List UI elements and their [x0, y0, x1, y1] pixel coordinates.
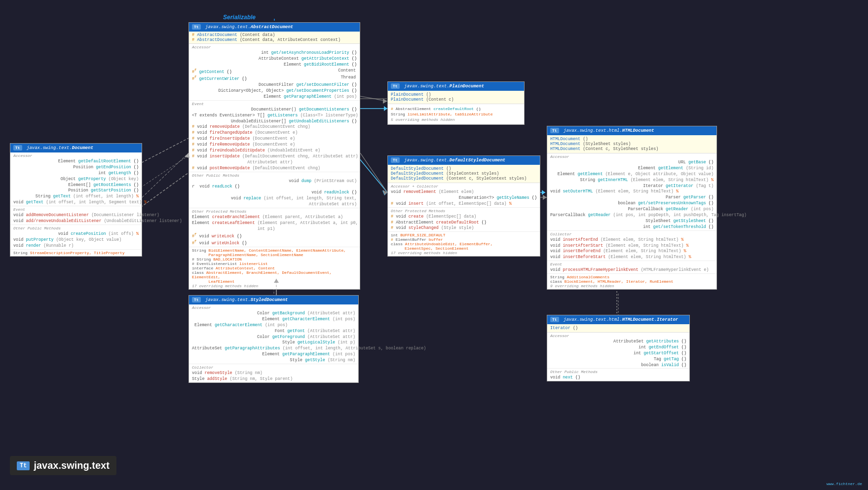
- plain-doc-pkg: javax.swing.text.: [404, 84, 450, 89]
- sc1: void removeStyle (String nm): [189, 371, 358, 377]
- bottom-text: javax.swing.text: [34, 460, 109, 471]
- diagram-container: Serializable Tt javax.swing.text.Abstrac…: [0, 0, 868, 490]
- plain-doc-name: PlainDocument: [450, 84, 484, 89]
- styled-doc-section-accessor: Accessor: [189, 304, 358, 311]
- doc-name: Document: [72, 146, 93, 151]
- hi5: boolean isValid (): [547, 363, 689, 369]
- abstract-doc-constructors: # AbstractDocument (Content data) # Abst…: [189, 32, 360, 44]
- e3: UndoableEditListener[] getUndoableEditLi…: [189, 119, 360, 125]
- pd1: # AbstractElement createDefaultRoot (): [391, 106, 521, 112]
- html-doc-name: HTMLDocument: [622, 128, 654, 133]
- af5: interface AttributeContext, Content: [192, 266, 357, 270]
- dsd-f4: 17 overriding methods hidden: [391, 251, 537, 255]
- default-styled-doc-pkg: javax.swing.text.: [404, 158, 450, 163]
- op4b: AttributeSet attrs): [189, 202, 360, 208]
- sd8: Element getParagraphElement (int pos): [189, 352, 358, 358]
- abstract-document-header: Tt javax.swing.text.AbstractDocument: [189, 23, 360, 32]
- hd12: int get/setTokenThreshold (): [547, 225, 717, 230]
- html-doc-header: Tt javax.swing.text.html.HTMLDocument: [547, 126, 717, 135]
- af7: LeafElement: [192, 279, 357, 284]
- default-styled-doc-constructors: DefaultStyledDocument () DefaultStyledDo…: [388, 165, 540, 183]
- hi6: void next (): [547, 375, 689, 381]
- doc-section-event: Event: [10, 206, 142, 213]
- dsd4: # void create (ElementSpec[] data): [388, 214, 540, 220]
- abstract-doc-ctor1: # AbstractDocument (Content data): [192, 33, 357, 38]
- pp2b: int p1): [189, 226, 360, 232]
- op3: void readUnlock (): [189, 190, 360, 196]
- html-doc-body: Accessor URL getBase () Element getEleme…: [547, 153, 717, 289]
- af8: 17 overriding methods hidden: [192, 284, 357, 288]
- m5: #f Thread getCurrentWriter (): [189, 75, 360, 82]
- default-styled-doc-name: DefaultStyledDocument: [450, 158, 505, 163]
- document-box: Tt javax.swing.text.Document Accessor El…: [10, 143, 142, 257]
- dsd3: # void insert (int offset, ElementSpec[]…: [388, 201, 540, 207]
- hd7: Parser getParser (): [547, 195, 717, 201]
- sd3: Element getCharacterElement (int pos): [189, 323, 358, 329]
- e9: # void insertUpdate (DefaultDocumentEven…: [189, 154, 360, 160]
- hi4: Tag getTag (): [547, 357, 689, 363]
- hd2: Element getElement (String id): [547, 166, 717, 172]
- sd7: AttributeSet getParagraphAttributes (int…: [189, 346, 358, 352]
- svg-marker-3: [384, 106, 387, 111]
- sd4: Font getFont (AttributeSet attr): [189, 329, 358, 335]
- dm2: Position getEndPosition (): [10, 165, 142, 171]
- html-iter-body: Accessor AttributeSet getAttributes () i…: [547, 333, 689, 381]
- dsd2: Enumeration<?> getStyleNames (): [388, 195, 540, 201]
- hd8: boolean get/setPreservesUnknownTags (): [547, 201, 717, 207]
- dm4: Object getProperty (Object key): [10, 177, 142, 183]
- svg-line-17: [360, 153, 387, 192]
- af6: class AbstractElement, BranchElement, De…: [192, 270, 357, 279]
- pp2: Element createLeafElement (Element paren…: [189, 221, 360, 226]
- op2: r void readLock (): [189, 184, 360, 190]
- dm3: int getLength (): [10, 171, 142, 177]
- html-doc-logo: Tt: [550, 128, 559, 133]
- dsd-ctor3: DefaultStyledDocument (Content c, StyleC…: [391, 176, 537, 181]
- doc-section-accessor: Accessor: [10, 152, 142, 159]
- de1: void addRemoveDocumentListener (Document…: [10, 213, 142, 219]
- html-iter-pkg: javax.swing.text.html.: [564, 317, 622, 322]
- hd16: void insertBeforeStart (Element elem, St…: [547, 255, 717, 261]
- plain-doc-header: Tt javax.swing.text.PlainDocument: [388, 82, 524, 91]
- section-event: Event: [189, 100, 360, 107]
- hd-ctor2: HTMLDocument (StyleSheet styles): [550, 142, 714, 147]
- abstract-doc-fields: String BidiElementName, ContentElementNa…: [189, 247, 360, 289]
- styled-document-box: Tt javax.swing.text.StyledDocument Acces…: [189, 295, 359, 383]
- plain-doc-constructors: PlainDocument () PlainDocument (Content …: [388, 91, 524, 104]
- hd-ctor3: HTMLDocument (Content c, StyleSheet styl…: [550, 147, 714, 151]
- document-body: Accessor Element getDefaultRootElement (…: [10, 152, 142, 256]
- svg-marker-16: [383, 99, 387, 104]
- section-other-public: Other Public Methods: [189, 172, 360, 179]
- e10: AttributeSet attr): [189, 160, 360, 166]
- doc-logo: Tt: [13, 145, 22, 151]
- hi2: int getEndOffset (): [547, 345, 689, 351]
- hd-section-event: Event: [547, 261, 717, 267]
- hi-ctor1: Iterator (): [550, 326, 686, 331]
- sd9: Style getStyle (String nm): [189, 358, 358, 364]
- de2: void add/removeUndoableEditListener (Und…: [10, 219, 142, 225]
- e11: # void postRemoveUpdate (DefaultDocument…: [189, 166, 360, 172]
- m1: int get/setAsynchronousLoadPriority (): [189, 50, 360, 56]
- hd-f3: 9 overriding methods hidden: [550, 284, 714, 288]
- dsd-f1: int BUFFER_SIZE_DEFAULT: [391, 233, 537, 237]
- m6: DocumentFilter get/setDocumentFilter (): [189, 82, 360, 88]
- html-document-box: Tt javax.swing.text.html.HTMLDocument HT…: [547, 126, 717, 290]
- m7: Dictionary<Object, Object> get/setDocume…: [189, 88, 360, 94]
- hd5: Iterator getIterator (Tag t): [547, 184, 717, 189]
- bottom-label: Tt javax.swing.text: [10, 456, 116, 475]
- svg-marker-18: [383, 190, 387, 195]
- do2: void putProperty (Object key, Object val…: [10, 237, 142, 243]
- abstract-document-box: Tt javax.swing.text.AbstractDocument # A…: [189, 22, 360, 290]
- hd6: void setOuterHTML (Element elem, String …: [547, 189, 717, 195]
- sd6: Style getLogicalStyle (int p): [189, 340, 358, 346]
- pp4: #f void writeUnlock (): [189, 239, 360, 247]
- dsd-f2: # ElementBuffer buffer: [391, 237, 537, 242]
- html-iter-constructors: Iterator (): [547, 324, 689, 333]
- styled-doc-header: Tt javax.swing.text.StyledDocument: [189, 296, 358, 304]
- hi-section-accessor: Accessor: [547, 333, 689, 339]
- dm1: Element getDefaultRootElement (): [10, 159, 142, 165]
- hd4: String getInnerHTML (Element elem, Strin…: [547, 178, 717, 184]
- serializable-label: Serializable: [223, 14, 256, 21]
- m3: Element getBidiRootElement (): [189, 62, 360, 68]
- svg-marker-7: [542, 190, 545, 195]
- default-styled-document-box: Tt javax.swing.text.DefaultStyledDocumen…: [387, 155, 540, 257]
